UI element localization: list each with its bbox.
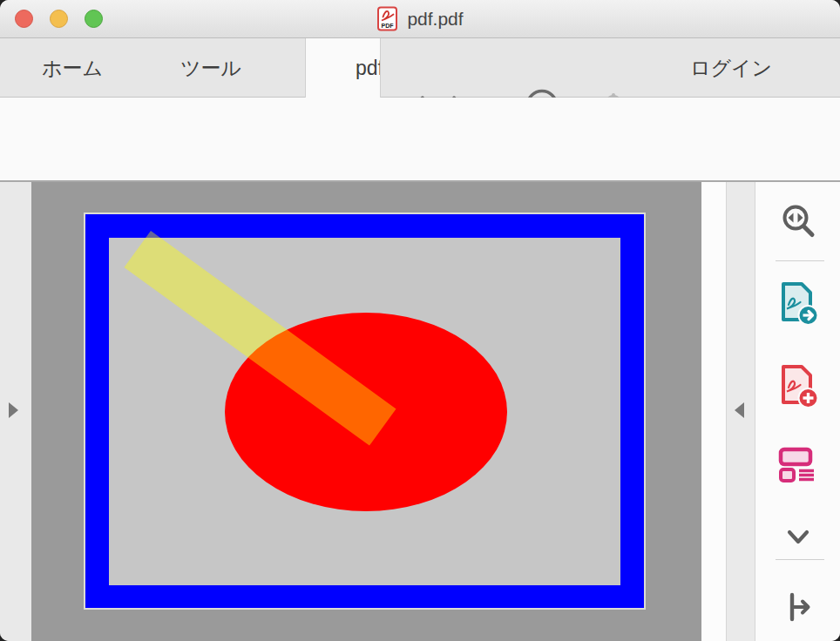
expand-left-panel-handle[interactable] — [9, 402, 18, 418]
toolbar: 1 / 1 25% — [0, 98, 840, 182]
right-panel-handle-strip — [727, 182, 755, 641]
title-bar: PDF pdf.pdf — [0, 0, 840, 38]
collapse-toolstack-button[interactable] — [755, 526, 840, 549]
export-pdf-button[interactable] — [755, 280, 840, 326]
left-panel-collapsed-strip — [0, 182, 31, 641]
export-pdf-icon — [776, 280, 820, 326]
login-button[interactable]: ログイン — [680, 38, 782, 98]
organize-pages-button[interactable] — [755, 447, 840, 483]
window-title: pdf.pdf — [407, 9, 463, 30]
main-area — [0, 182, 840, 641]
chevron-down-icon — [779, 526, 817, 549]
sidebar-divider — [776, 260, 824, 261]
open-tools-panel-button[interactable] — [755, 588, 840, 626]
title-group: PDF pdf.pdf — [0, 0, 840, 38]
pdf-page — [84, 213, 646, 610]
sidebar-divider — [776, 559, 824, 560]
document-canvas — [31, 182, 701, 641]
collapse-right-panel-handle[interactable] — [735, 402, 744, 418]
scrollbar-track[interactable] — [701, 182, 727, 641]
organize-pages-icon — [778, 447, 818, 483]
tab-document[interactable]: pdf.pdf — [305, 38, 381, 98]
tab-tools[interactable]: ツール — [167, 38, 254, 98]
tab-document-label: pdf.pdf — [356, 38, 381, 98]
tab-home[interactable]: ホーム — [29, 38, 116, 98]
tab-bar: ホーム ツール pdf.pdf ? ログイン — [0, 38, 840, 98]
create-pdf-button[interactable] — [755, 363, 840, 408]
open-right-panel-icon — [779, 588, 817, 626]
pdf-file-icon: PDF — [376, 6, 399, 32]
tools-sidebar — [755, 182, 840, 641]
marquee-zoom-button[interactable] — [755, 203, 840, 243]
marquee-zoom-icon — [779, 203, 817, 243]
create-pdf-icon — [776, 363, 820, 408]
svg-text:PDF: PDF — [382, 23, 395, 29]
acrobat-window: PDF pdf.pdf ホーム ツール pdf.pdf ? ログイン — [0, 0, 840, 641]
